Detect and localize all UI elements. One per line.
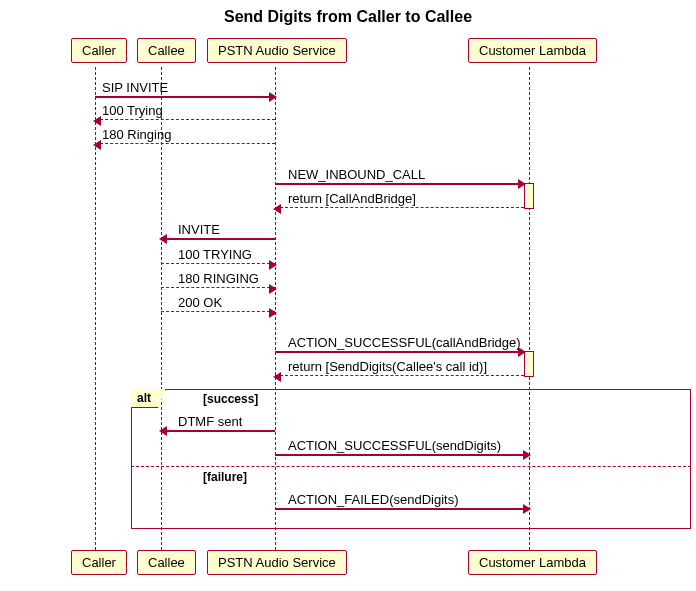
msg-action-failed-sd: ACTION_FAILED(sendDigits) [288,492,459,507]
arrow-return-callandbridge [275,207,524,208]
arrow-sip-invite [95,96,275,98]
msg-200-ok: 200 OK [178,295,222,310]
arrow-return-senddigits [275,375,524,376]
arrow-invite-callee [161,238,275,240]
msg-return-senddigits: return [SendDigits(Callee's call id)] [288,359,487,374]
msg-action-success-cab: ACTION_SUCCESSFUL(callAndBridge) [288,335,521,350]
msg-180-ringing-caller: 180 Ringing [102,127,171,142]
arrow-200-ok [161,311,275,312]
arrow-180-ringing-callee [161,287,275,288]
alt-divider [131,466,691,467]
participant-callee-top: Callee [137,38,196,63]
msg-dtmf-sent: DTMF sent [178,414,242,429]
participant-lambda-top: Customer Lambda [468,38,597,63]
participant-caller-top: Caller [71,38,127,63]
participant-pstn-bottom: PSTN Audio Service [207,550,347,575]
arrow-180-ringing-caller [95,143,275,144]
arrow-action-success-cab [275,351,524,353]
msg-new-inbound: NEW_INBOUND_CALL [288,167,425,182]
msg-action-success-sd: ACTION_SUCCESSFUL(sendDigits) [288,438,501,453]
arrow-action-success-sd [275,454,529,456]
participant-lambda-bottom: Customer Lambda [468,550,597,575]
msg-100-trying: 100 Trying [102,103,163,118]
msg-180-ringing-callee: 180 RINGING [178,271,259,286]
msg-100-trying-callee: 100 TRYING [178,247,252,262]
msg-sip-invite: SIP INVITE [102,80,168,95]
alt-cond-success: [success] [203,392,258,406]
msg-invite-callee: INVITE [178,222,220,237]
arrow-dtmf-sent [161,430,275,432]
diagram-title: Send Digits from Caller to Callee [0,0,696,32]
participant-caller-bottom: Caller [71,550,127,575]
arrow-100-trying-callee [161,263,275,264]
msg-return-callandbridge: return [CallAndBridge] [288,191,416,206]
arrow-new-inbound [275,183,524,185]
arrow-action-failed-sd [275,508,529,510]
participant-callee-bottom: Callee [137,550,196,575]
arrow-100-trying [95,119,275,120]
participant-pstn-top: PSTN Audio Service [207,38,347,63]
alt-cond-failure: [failure] [203,470,247,484]
